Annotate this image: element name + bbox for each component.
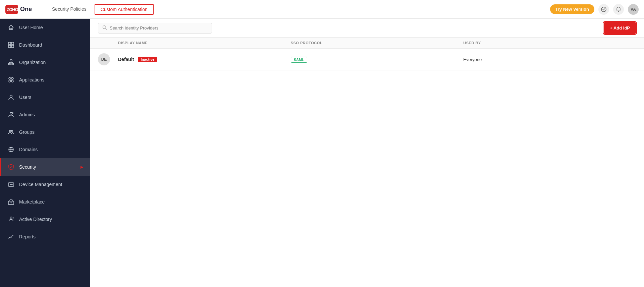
- home-icon: [8, 24, 14, 31]
- dashboard-icon: [8, 42, 14, 48]
- search-input[interactable]: [110, 25, 208, 31]
- row-name-cell: Default Inactive: [118, 57, 291, 62]
- tab-custom-auth[interactable]: Custom Authentication: [95, 4, 154, 15]
- content-toolbar: + Add IdP: [90, 19, 644, 38]
- sidebar-item-reports[interactable]: Reports: [0, 228, 90, 245]
- sidebar-label-applications: Applications: [19, 77, 45, 82]
- row-used-by: Everyone: [463, 57, 636, 62]
- svg-point-19: [10, 112, 12, 114]
- svg-rect-8: [8, 63, 10, 65]
- add-idp-button[interactable]: + Add IdP: [604, 22, 636, 34]
- sidebar-label-organization: Organization: [19, 60, 46, 65]
- sidebar-label-active-directory: Active Directory: [19, 217, 52, 222]
- table-body: DE Default Inactive SAML Everyone: [90, 49, 644, 287]
- sidebar-label-admins: Admins: [19, 112, 35, 117]
- svg-rect-6: [11, 45, 14, 48]
- svg-text:ZOHO: ZOHO: [7, 7, 18, 12]
- apps-icon: [8, 76, 14, 83]
- sidebar-label-users: Users: [19, 95, 32, 100]
- sidebar-label-security: Security: [19, 164, 36, 170]
- row-avatar-cell: DE: [98, 53, 118, 65]
- zoho-logo: ZOHO: [5, 5, 18, 14]
- protocol-badge: SAML: [291, 57, 307, 63]
- sidebar-item-admins[interactable]: Admins: [0, 106, 90, 123]
- sidebar-label-marketplace: Marketplace: [19, 199, 45, 205]
- col-sso-protocol: SSO PROTOCOL: [291, 41, 464, 45]
- svg-line-36: [106, 28, 107, 30]
- svg-rect-3: [8, 42, 11, 45]
- sidebar-item-users[interactable]: Users: [0, 89, 90, 106]
- sidebar-label-groups: Groups: [19, 129, 35, 135]
- search-icon: [102, 25, 107, 31]
- notifications-icon-btn[interactable]: [613, 4, 624, 15]
- sidebar-item-dashboard[interactable]: Dashboard: [0, 36, 90, 54]
- sidebar-label-dashboard: Dashboard: [19, 42, 42, 48]
- user-avatar[interactable]: VA: [628, 4, 639, 15]
- reports-icon: [8, 233, 14, 240]
- status-badge: Inactive: [138, 57, 157, 62]
- svg-point-15: [11, 77, 13, 79]
- sidebar-item-organization[interactable]: Organization: [0, 54, 90, 71]
- admins-icon: [8, 111, 14, 118]
- sidebar-item-domains[interactable]: Domains: [0, 141, 90, 158]
- table-header: DISPLAY NAME SSO PROTOCOL USED BY: [90, 38, 644, 49]
- sidebar-item-marketplace[interactable]: Marketplace: [0, 193, 90, 211]
- top-nav: ZOHO One Security Policies Custom Authen…: [0, 0, 644, 19]
- nav-right: Try New Version VA: [550, 4, 639, 15]
- table-row[interactable]: DE Default Inactive SAML Everyone: [90, 49, 644, 70]
- sidebar-label-device-management: Device Management: [19, 182, 62, 187]
- device-icon: [8, 181, 14, 188]
- col-used-by: USED BY: [463, 41, 636, 45]
- col-avatar: [98, 41, 118, 45]
- svg-point-14: [9, 77, 11, 79]
- sidebar-label-domains: Domains: [19, 147, 38, 152]
- activity-icon-btn[interactable]: [598, 4, 609, 15]
- svg-point-27: [12, 184, 13, 185]
- main-layout: User Home Dashboard Organization Applica…: [0, 19, 644, 287]
- security-icon: [8, 164, 14, 170]
- svg-rect-9: [12, 63, 14, 65]
- sidebar-item-user-home[interactable]: User Home: [0, 19, 90, 36]
- row-protocol-cell: SAML: [291, 56, 464, 62]
- directory-icon: [8, 216, 14, 223]
- nav-tabs: Security Policies Custom Authentication: [45, 0, 155, 18]
- svg-point-17: [11, 80, 13, 82]
- app-name: One: [20, 6, 32, 13]
- content-area: ◀ + Add IdP DISPLAY NAME SSO PROTOCOL US…: [90, 19, 644, 287]
- svg-point-18: [10, 95, 12, 98]
- sidebar-label-user-home: User Home: [19, 25, 43, 30]
- svg-point-22: [11, 130, 13, 132]
- row-name: Default: [118, 57, 134, 62]
- sidebar-item-security[interactable]: Security ▶: [0, 158, 90, 176]
- search-box[interactable]: [98, 23, 212, 34]
- svg-rect-7: [10, 60, 12, 61]
- sidebar-item-active-directory[interactable]: Active Directory: [0, 211, 90, 228]
- domains-icon: [8, 146, 14, 153]
- org-icon: [8, 59, 14, 66]
- marketplace-icon: [8, 198, 14, 205]
- sidebar-item-device-management[interactable]: Device Management: [0, 176, 90, 193]
- svg-point-21: [9, 130, 11, 132]
- svg-point-16: [9, 80, 11, 82]
- svg-rect-5: [8, 45, 11, 48]
- sidebar-item-applications[interactable]: Applications: [0, 71, 90, 89]
- avatar: DE: [98, 53, 110, 65]
- sidebar-label-reports: Reports: [19, 234, 36, 239]
- users-icon: [8, 94, 14, 101]
- svg-rect-4: [11, 42, 14, 45]
- logo-area: ZOHO One: [5, 5, 32, 14]
- groups-icon: [8, 129, 14, 135]
- svg-point-32: [10, 217, 12, 219]
- tab-security-policies[interactable]: Security Policies: [45, 0, 93, 18]
- col-display-name: DISPLAY NAME: [118, 41, 291, 45]
- security-chevron-icon: ▶: [80, 165, 83, 169]
- try-new-version-button[interactable]: Try New Version: [550, 4, 594, 14]
- sidebar: User Home Dashboard Organization Applica…: [0, 19, 90, 287]
- svg-point-20: [12, 112, 13, 114]
- sidebar-item-groups[interactable]: Groups: [0, 123, 90, 141]
